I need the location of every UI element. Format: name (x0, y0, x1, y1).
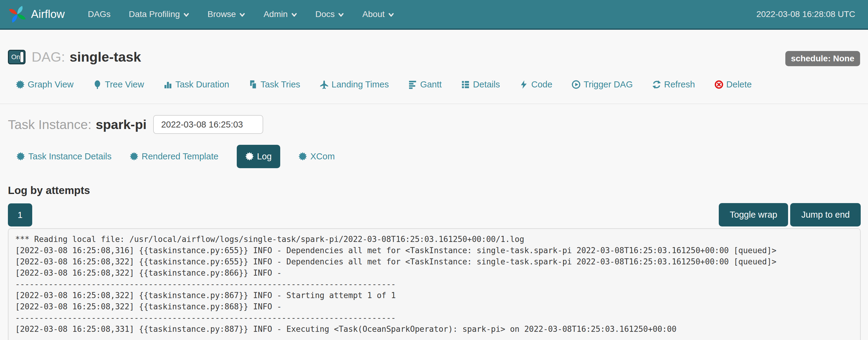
nav-item-label: About (362, 9, 384, 19)
schedule-badge: schedule: None (785, 51, 860, 66)
bar-chart-icon (163, 80, 172, 89)
dag-header: On DAG: single-task (8, 49, 868, 65)
dag-tab-label: Details (473, 79, 500, 90)
nav-item[interactable]: Docs (306, 0, 353, 29)
navbar-menu: DAGs Data Profiling Browse Admin Docs (79, 0, 403, 29)
nav-item[interactable]: DAGs (79, 0, 120, 29)
log-buttons: Toggle wrap Jump to end (719, 203, 861, 227)
dag-tab[interactable]: Code (519, 79, 552, 90)
log-controls-row: 1 Toggle wrap Jump to end (8, 203, 861, 227)
nav-item[interactable]: Data Profiling (120, 0, 198, 29)
task-instance-label: Task Instance: (8, 117, 91, 132)
dag-view-tabs: Graph View Tree View Task Duration Task … (16, 79, 868, 90)
dag-tab[interactable]: Landing Times (320, 79, 389, 90)
dag-tab-label: Delete (726, 79, 752, 90)
dag-tab-label: Trigger DAG (584, 79, 633, 90)
ti-view-button[interactable]: XCom (299, 151, 335, 162)
ti-view-label: XCom (310, 151, 335, 162)
dag-tab-label: Task Tries (260, 79, 300, 90)
nav-item[interactable]: About (353, 0, 403, 29)
attempt-tabs: 1 (8, 203, 32, 227)
nav-item-label: Data Profiling (129, 9, 180, 19)
plane-icon (320, 80, 329, 89)
ti-view-button[interactable]: Task Instance Details (17, 151, 112, 162)
dag-pause-toggle[interactable]: On (8, 50, 26, 64)
execution-date-input[interactable] (153, 115, 263, 134)
nav-item[interactable]: Browse (198, 0, 254, 29)
toggle-on-label: On (11, 53, 20, 61)
ti-view-button[interactable]: Rendered Template (130, 151, 219, 162)
tree-icon (93, 80, 102, 89)
align-left-icon (408, 80, 417, 89)
toggle-knob (20, 51, 24, 63)
nav-item[interactable]: Admin (254, 0, 306, 29)
dag-tab[interactable]: Graph View (16, 79, 73, 90)
nav-item-label: DAGs (88, 9, 111, 19)
th-list-icon (461, 80, 470, 89)
brand-name: Airflow (31, 8, 65, 21)
dag-tab-label: Task Duration (175, 79, 229, 90)
chevron-down-icon (183, 12, 189, 18)
dag-tab-label: Code (531, 79, 552, 90)
chevron-down-icon (338, 12, 344, 18)
sunburst-icon (299, 152, 307, 161)
dag-name: single-task (70, 49, 141, 65)
sunburst-icon (16, 80, 25, 89)
sunburst-icon (17, 152, 25, 161)
airflow-brand[interactable]: Airflow (7, 4, 65, 24)
sunburst-icon (130, 152, 138, 161)
nav-item-label: Browse (208, 9, 236, 19)
dag-tab-label: Gantt (420, 79, 442, 90)
airflow-pinwheel-logo (7, 4, 27, 24)
dag-tab[interactable]: Task Duration (163, 79, 229, 90)
sunburst-icon (245, 152, 254, 161)
dag-tab[interactable]: Trigger DAG (572, 79, 633, 90)
attempt-tab[interactable]: 1 (8, 203, 32, 227)
nav-item-label: Docs (315, 9, 335, 19)
refresh-icon (652, 80, 661, 89)
ti-view-label: Log (257, 151, 272, 162)
bolt-icon (519, 80, 528, 89)
dag-tab[interactable]: Gantt (408, 79, 442, 90)
utc-clock: 2022-03-08 16:28:08 UTC (756, 9, 855, 19)
log-output-text: *** Reading local file: /usr/local/airfl… (15, 234, 854, 335)
log-by-attempts-heading: Log by attempts (8, 184, 868, 196)
chevron-down-icon (291, 12, 297, 18)
toggle-wrap-button[interactable]: Toggle wrap (719, 203, 788, 227)
dag-tab[interactable]: Tree View (93, 79, 144, 90)
log-output-panel[interactable]: *** Reading local file: /usr/local/airfl… (8, 228, 861, 340)
ti-view-label: Task Instance Details (28, 151, 112, 162)
dag-tab-label: Landing Times (332, 79, 389, 90)
task-instance-header: Task Instance: spark-pi (8, 115, 868, 134)
play-circle-icon (572, 80, 581, 89)
dag-tab[interactable]: Task Tries (249, 79, 300, 90)
dag-tab[interactable]: Delete (715, 79, 752, 90)
section-divider (0, 104, 868, 104)
ti-view-label: Rendered Template (142, 151, 219, 162)
ti-view-button[interactable]: Log (237, 145, 280, 168)
duplicate-icon (249, 80, 257, 89)
dag-title-prefix: DAG: (32, 49, 65, 65)
dag-tab[interactable]: Refresh (652, 79, 695, 90)
nav-item-label: Admin (264, 9, 287, 19)
dag-tab-label: Graph View (28, 79, 73, 90)
remove-circle-icon (715, 80, 723, 89)
dag-tab-label: Tree View (105, 79, 144, 90)
jump-to-end-button[interactable]: Jump to end (790, 203, 861, 227)
task-instance-view-buttons: Task Instance Details Rendered Template … (17, 144, 868, 168)
dag-tab[interactable]: Details (461, 79, 500, 90)
navbar: Airflow DAGs Data Profiling Browse Admin (0, 0, 868, 30)
task-instance-name: spark-pi (96, 117, 147, 132)
chevron-down-icon (388, 12, 394, 18)
dag-tab-label: Refresh (664, 79, 695, 90)
chevron-down-icon (239, 12, 245, 18)
